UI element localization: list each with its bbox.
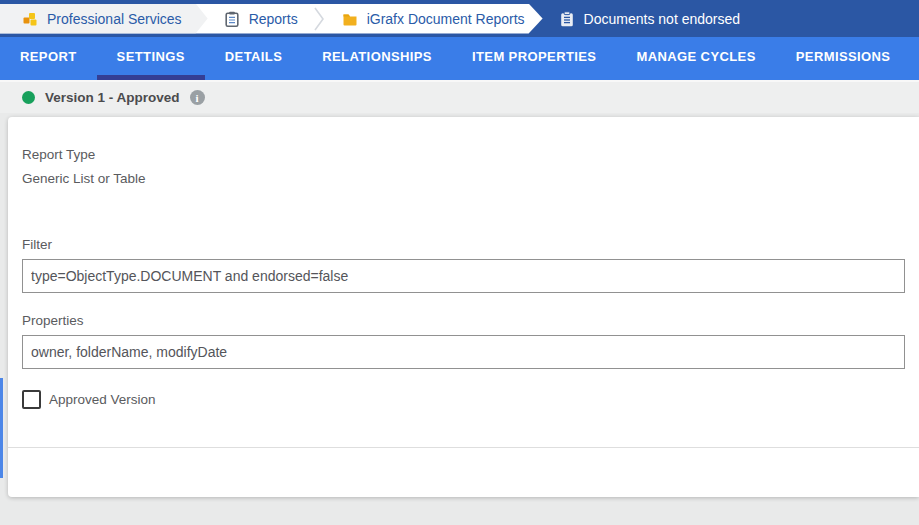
breadcrumb-band: Professional Services Reports bbox=[0, 4, 543, 34]
report-type-value: Generic List or Table bbox=[22, 171, 919, 187]
properties-input[interactable] bbox=[22, 335, 905, 369]
tab-details[interactable]: DETAILS bbox=[205, 37, 302, 80]
properties-label: Properties bbox=[22, 313, 919, 329]
version-bar: Version 1 - Approved i bbox=[0, 80, 919, 113]
tab-report[interactable]: REPORT bbox=[0, 37, 97, 80]
tab-relationships[interactable]: RELATIONSHIPS bbox=[302, 37, 452, 80]
breadcrumb-label: iGrafx Document Reports bbox=[367, 11, 525, 27]
tab-bar: REPORT SETTINGS DETAILS RELATIONSHIPS IT… bbox=[0, 37, 919, 80]
breadcrumb: Professional Services Reports bbox=[0, 0, 919, 37]
breadcrumb-label: Professional Services bbox=[47, 11, 182, 27]
breadcrumb-item-igrafx-document-reports[interactable]: iGrafx Document Reports bbox=[326, 4, 539, 34]
breadcrumb-item-reports[interactable]: Reports bbox=[208, 4, 312, 34]
clipboard-icon bbox=[224, 11, 240, 27]
chevron-right-icon bbox=[314, 7, 324, 31]
status-dot-approved bbox=[22, 91, 35, 104]
tab-settings[interactable]: SETTINGS bbox=[97, 37, 205, 80]
card-footer-divider bbox=[8, 447, 919, 448]
tab-permissions[interactable]: PERMISSIONS bbox=[776, 37, 911, 80]
approved-version-checkbox-row[interactable]: Approved Version bbox=[22, 390, 919, 409]
left-edge-scrollbar-thumb[interactable] bbox=[0, 378, 3, 478]
folder-icon bbox=[342, 11, 358, 27]
info-icon[interactable]: i bbox=[190, 90, 205, 105]
filter-label: Filter bbox=[22, 237, 919, 253]
approved-version-label: Approved Version bbox=[49, 392, 156, 407]
clipboard-icon bbox=[559, 11, 575, 27]
tab-item-properties[interactable]: ITEM PROPERTIES bbox=[452, 37, 616, 80]
report-type-label: Report Type bbox=[22, 147, 919, 163]
tab-manage-cycles[interactable]: MANAGE CYCLES bbox=[616, 37, 775, 80]
breadcrumb-label: Reports bbox=[249, 11, 298, 27]
breadcrumb-current-label: Documents not endorsed bbox=[584, 11, 740, 27]
cubes-icon bbox=[22, 11, 38, 27]
breadcrumb-item-professional-services[interactable]: Professional Services bbox=[0, 4, 208, 34]
version-label: Version 1 - Approved bbox=[45, 90, 180, 105]
approved-version-checkbox[interactable] bbox=[22, 390, 41, 409]
breadcrumb-current-documents-not-endorsed: Documents not endorsed bbox=[559, 11, 740, 27]
filter-input[interactable] bbox=[22, 259, 905, 293]
settings-panel: Report Type Generic List or Table Filter… bbox=[8, 117, 919, 497]
